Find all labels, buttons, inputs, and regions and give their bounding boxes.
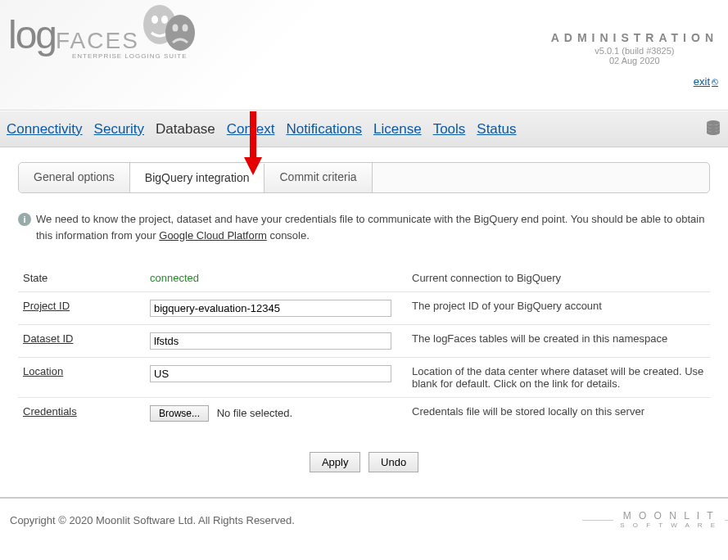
undo-button[interactable]: Undo [369,452,418,472]
navbar: Connectivity Security Database Context N… [0,111,728,147]
tabstrip: General options BigQuery integration Com… [18,162,710,193]
logo-main: log [8,13,56,56]
state-desc: Current connection to BigQuery [407,264,710,292]
credentials-desc: Credentals file will be stored locally o… [407,398,710,430]
masks-icon [135,0,209,60]
logo-faces: FACES [56,28,139,53]
header: logFACES ENTERPRISE LOGGING SUITE ADMINI… [0,0,728,111]
info-message: i We need to know the project, dataset a… [18,211,710,243]
dataset-id-label[interactable]: Dataset ID [23,332,73,345]
info-text: We need to know the project, dataset and… [36,211,710,243]
browse-button[interactable]: Browse... [150,405,209,422]
tab-commit-criteria[interactable]: Commit criteria [265,163,372,192]
nav-security[interactable]: Security [94,121,144,138]
exit-label: exit [694,75,710,88]
footer-brand-sub: S O F T W A R E [620,522,718,529]
svg-point-2 [161,16,168,24]
footer-brand: M O O N L I T S O F T W A R E [620,510,718,530]
svg-point-3 [165,15,195,51]
admin-title: ADMINISTRATION [551,31,718,44]
footer-brand-name: M O O N L I T [623,510,716,522]
nav-notifications[interactable]: Notifications [286,121,362,138]
copyright: Copyright © 2020 Moonlit Software Ltd. A… [10,514,295,526]
dataset-id-input[interactable] [150,332,391,350]
nav-license[interactable]: License [373,121,422,138]
exit-link[interactable]: exit⎋ [694,75,718,88]
info-icon: i [18,211,31,231]
header-info: ADMINISTRATION v5.0.1 (build #3825) 02 A… [551,31,718,65]
exit-icon: ⎋ [712,75,718,88]
gcp-link[interactable]: Google Cloud Platform [159,229,267,242]
nav-tools[interactable]: Tools [433,121,466,138]
dataset-id-desc: The logFaces tables will be created in t… [407,325,710,358]
settings-table: State connected Current connection to Bi… [18,264,710,429]
location-desc: Location of the data center where datase… [407,358,710,398]
action-buttons: Apply Undo [18,452,710,472]
nav-status[interactable]: Status [477,121,516,138]
location-label[interactable]: Location [23,365,63,377]
no-file-text: No file selected. [217,407,293,419]
version-text: v5.0.1 (build #3825) [551,46,718,56]
apply-button[interactable]: Apply [310,452,361,472]
svg-point-5 [183,25,188,32]
nav-connectivity[interactable]: Connectivity [7,121,83,138]
credentials-label[interactable]: Credentials [23,405,77,418]
svg-point-4 [173,25,179,32]
database-icon [705,120,721,138]
footer: Copyright © 2020 Moonlit Software Ltd. A… [0,497,728,541]
svg-point-6 [707,120,720,125]
svg-text:i: i [23,215,25,224]
build-date: 02 Aug 2020 [551,56,718,65]
project-id-desc: The project ID of your BigQuery account [407,292,710,325]
state-label: State [18,264,145,292]
state-value: connected [150,272,199,284]
project-id-label[interactable]: Project ID [23,300,70,312]
nav-database[interactable]: Database [156,121,215,138]
project-id-input[interactable] [150,300,391,317]
location-input[interactable] [150,365,391,382]
tab-bigquery-integration[interactable]: BigQuery integration [130,164,265,193]
info-text-before: We need to know the project, dataset and… [36,213,704,242]
tab-general-options[interactable]: General options [19,163,130,192]
nav-context[interactable]: Context [227,121,275,138]
svg-point-1 [151,16,158,24]
content: General options BigQuery integration Com… [0,147,728,497]
info-text-after: console. [267,229,310,242]
